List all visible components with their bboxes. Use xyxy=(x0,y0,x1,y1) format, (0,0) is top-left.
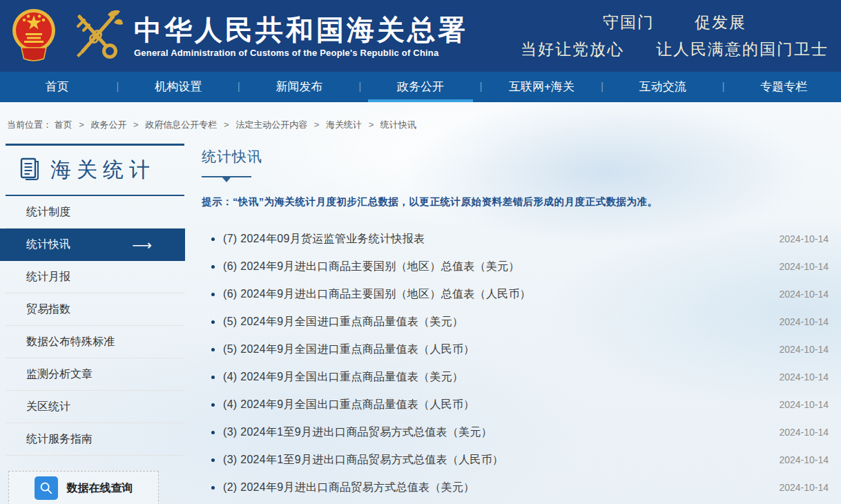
page: 中华人民共和国海关总署 General Administration of Cu… xyxy=(0,0,841,504)
nav-item[interactable]: 互动交流 xyxy=(606,72,719,102)
nav-item-label: 机构设置 xyxy=(155,80,202,93)
nav-item[interactable]: 政务公开 xyxy=(363,72,477,102)
news-row: (7) 2024年09月货运监管业务统计快报表 2024-10-14 xyxy=(202,225,829,253)
sidebar-item[interactable]: 关区统计 ⟶ xyxy=(6,391,185,423)
sidebar: 海关统计 统计制度 ⟶ 统计快讯 ⟶ 统计月报 ⟶ 贸易指数 ⟶ 数据公布特殊标… xyxy=(0,144,185,504)
news-row: (6) 2024年9月进出口商品主要国别（地区）总值表（美元） 2024-10-… xyxy=(202,253,829,280)
bullet-icon xyxy=(211,265,215,269)
header-slogans: 守国门 促发展 当好让党放心 让人民满意的国门卫士 xyxy=(521,12,831,60)
breadcrumb-link[interactable]: 法定主动公开内容 xyxy=(235,119,307,130)
site-subtitle: General Administration of Customs of the… xyxy=(134,48,468,58)
sidebar-item-label: 贸易指数 xyxy=(26,302,70,317)
sidebar-item-label: 统计月报 xyxy=(26,270,70,284)
content-area: 海关统计 统计制度 ⟶ 统计快讯 ⟶ 统计月报 ⟶ 贸易指数 ⟶ 数据公布特殊标… xyxy=(0,144,841,504)
breadcrumb-link[interactable]: 统计快讯 xyxy=(380,119,416,130)
sidebar-item[interactable]: 监测分析文章 ⟶ xyxy=(6,358,185,391)
news-date: 2024-10-14 xyxy=(779,289,829,300)
news-row: (5) 2024年9月全国进口重点商品量值表（人民币） 2024-10-14 xyxy=(202,336,829,363)
sidebar-item[interactable]: 统计服务指南 ⟶ xyxy=(6,423,185,456)
news-link[interactable]: (3) 2024年1至9月进出口商品贸易方式总值表（人民币） xyxy=(223,453,503,467)
breadcrumb-label: 当前位置： xyxy=(7,119,52,130)
nav-item[interactable]: 机构设置 xyxy=(121,72,235,102)
bullet-icon xyxy=(211,403,215,407)
active-arrow-icon: ⟶ xyxy=(132,237,152,253)
search-icon xyxy=(35,476,58,500)
sidebar-item-label: 统计服务指南 xyxy=(26,432,93,447)
news-link[interactable]: (5) 2024年9月全国进口重点商品量值表（美元） xyxy=(223,315,463,329)
slogan-promote-dev: 促发展 xyxy=(695,12,746,33)
nav-item[interactable]: 新闻发布 xyxy=(242,72,356,102)
title-underline xyxy=(202,176,251,177)
site-title: 中华人民共和国海关总署 xyxy=(134,14,468,45)
sidebar-item[interactable]: 统计制度 ⟶ xyxy=(6,196,185,229)
news-date: 2024-10-14 xyxy=(779,454,829,465)
news-row: (4) 2024年9月全国出口重点商品量值表（美元） 2024-10-14 xyxy=(202,363,829,391)
bullet-icon xyxy=(211,486,215,490)
breadcrumb-separator: > xyxy=(224,119,229,130)
nav-item-label: 新闻发布 xyxy=(276,80,323,93)
nav-item[interactable]: 首页 xyxy=(0,72,114,102)
nav-item-label: 首页 xyxy=(46,80,69,93)
news-date: 2024-10-14 xyxy=(779,427,829,438)
news-row: (3) 2024年1至9月进出口商品贸易方式总值表（美元） 2024-10-14 xyxy=(202,418,829,446)
slogan-party: 当好让党放心 xyxy=(521,39,624,60)
nav-item-label: 政务公开 xyxy=(397,80,444,93)
news-row: (3) 2024年1至9月进出口商品贸易方式总值表（人民币） 2024-10-1… xyxy=(202,446,829,474)
sidebar-item-label: 统计制度 xyxy=(26,205,70,220)
slogan-people: 让人民满意的国门卫士 xyxy=(656,39,829,60)
breadcrumb-link[interactable]: 海关统计 xyxy=(326,119,362,130)
nav-item[interactable]: 互联网+海关 xyxy=(485,72,599,102)
sidebar-item[interactable]: 贸易指数 ⟶ xyxy=(6,293,185,326)
bullet-icon xyxy=(211,431,215,434)
breadcrumb-separator: > xyxy=(369,119,374,130)
news-link[interactable]: (6) 2024年9月进出口商品主要国别（地区）总值表（人民币） xyxy=(223,287,531,302)
page-title: 统计快讯 xyxy=(202,147,829,166)
site-titles: 中华人民共和国海关总署 General Administration of Cu… xyxy=(134,14,468,58)
breadcrumb-link[interactable]: 政务公开 xyxy=(90,119,126,130)
breadcrumb-separator: > xyxy=(314,119,320,130)
sidebar-item[interactable]: 统计月报 ⟶ xyxy=(6,261,185,293)
main-nav: 首页 | 机构设置 | 新闻发布 | 政务公开 | 互联网+海关 | 互动交流 … xyxy=(0,72,841,102)
news-link[interactable]: (6) 2024年9月进出口商品主要国别（地区）总值表（美元） xyxy=(223,260,520,274)
bullet-icon xyxy=(211,348,215,351)
breadcrumb-link[interactable]: 政府信息公开专栏 xyxy=(145,119,217,130)
nav-divider: | xyxy=(599,72,606,102)
nav-item-label: 专题专栏 xyxy=(760,80,807,93)
bullet-icon xyxy=(211,458,215,462)
bullet-icon xyxy=(211,320,215,324)
bullet-icon xyxy=(211,238,215,241)
news-link[interactable]: (4) 2024年9月全国出口重点商品量值表（美元） xyxy=(223,370,463,385)
news-link[interactable]: (2) 2024年9月进出口商品贸易方式总值表（美元） xyxy=(223,481,475,495)
nav-active-underline xyxy=(368,99,472,102)
query-button-label: 数据在线查询 xyxy=(67,481,133,496)
breadcrumb-separator: > xyxy=(133,119,139,130)
news-date: 2024-10-14 xyxy=(779,261,829,272)
nav-divider: | xyxy=(356,72,363,102)
breadcrumb-link[interactable]: 首页 xyxy=(55,119,72,130)
sidebar-item-label: 统计快讯 xyxy=(26,238,70,252)
data-online-query-button[interactable]: 数据在线查询 xyxy=(8,471,159,504)
news-link[interactable]: (5) 2024年9月全国进口重点商品量值表（人民币） xyxy=(223,342,475,357)
slogan-guard-gate: 守国门 xyxy=(603,12,655,33)
news-row: (6) 2024年9月进出口商品主要国别（地区）总值表（人民币） 2024-10… xyxy=(202,280,829,308)
customs-emblem-icon xyxy=(68,8,124,64)
news-link[interactable]: (3) 2024年1至9月进出口商品贸易方式总值表（美元） xyxy=(223,425,492,440)
news-link[interactable]: (7) 2024年09月货运监管业务统计快报表 xyxy=(223,232,425,246)
sidebar-item[interactable]: 统计快讯 ⟶ xyxy=(0,229,185,261)
breadcrumb: 当前位置： 首页 > 政务公开 > 政府信息公开专栏 > 法定主动公开内容 > … xyxy=(0,102,841,139)
sidebar-item[interactable]: 数据公布特殊标准 ⟶ xyxy=(6,326,185,358)
news-date: 2024-10-14 xyxy=(779,344,829,355)
nav-divider: | xyxy=(478,72,485,102)
news-row: (4) 2024年9月全国出口重点商品量值表（人民币） 2024-10-14 xyxy=(202,391,829,418)
triangle-marker xyxy=(222,177,231,182)
news-date: 2024-10-14 xyxy=(779,316,829,327)
notice-text: 提示：“快讯”为海关统计月度初步汇总数据，以更正统计原始资料差错后形成的月度正式… xyxy=(202,195,829,209)
bullet-icon xyxy=(211,293,215,296)
nav-divider: | xyxy=(235,72,242,102)
news-date: 2024-10-14 xyxy=(779,399,829,410)
news-date: 2024-10-14 xyxy=(779,371,829,382)
news-link[interactable]: (4) 2024年9月全国出口重点商品量值表（人民币） xyxy=(223,398,475,412)
news-date: 2024-10-14 xyxy=(779,482,829,493)
nav-divider: | xyxy=(720,72,727,102)
nav-item[interactable]: 专题专栏 xyxy=(727,72,841,102)
